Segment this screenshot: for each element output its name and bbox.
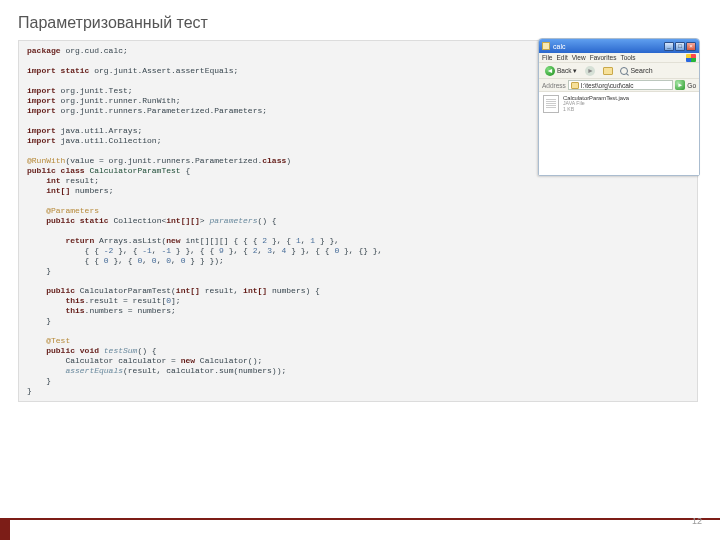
rw-open: (value = org.junit.runners.Parameterized… [65,156,262,165]
assert: assertEquals [65,366,123,375]
kw-class: class [262,156,286,165]
cb1: } [46,266,51,275]
footer-accent [0,518,10,540]
p-result: result, [200,286,243,295]
address-field[interactable]: I:\test\org\cud\calc [568,80,673,90]
kw-import: import [27,136,56,145]
windows-flag-icon [686,54,696,62]
fld-result: result; [61,176,99,185]
menu-view[interactable]: View [572,54,586,61]
file-area[interactable]: CalculatorParamTest.java JAVA File 1 KB [539,92,699,175]
assert-rest: (result, calculator.sum(numbers)); [123,366,286,375]
meth-parameters: parameters [209,216,257,225]
kw-public: public [46,286,75,295]
row3c: } } }); [186,256,224,265]
search-icon [620,67,628,75]
row3b: }, { [109,256,138,265]
kw-import: import [27,106,56,115]
rw-close: ) [286,156,291,165]
coll: Collection< [109,216,167,225]
titlebar[interactable]: calc _ □ × [539,39,699,53]
menu-file[interactable]: File [542,54,552,61]
retr4: } }, [315,236,339,245]
file-icon [543,95,559,113]
row2d: }, { [224,246,253,255]
file-item[interactable]: CalculatorParamTest.java JAVA File 1 KB [543,95,695,113]
search-label: Search [630,67,652,74]
kw-pv: public void [46,346,99,355]
folder-icon [542,42,550,50]
ann-parameters: @Parameters [46,206,99,215]
ann-runwith: @RunWith [27,156,65,165]
this1b: ]; [171,296,181,305]
kw-package: package [27,46,61,55]
search-button[interactable]: Search [620,67,652,75]
menu-fav[interactable]: Favorites [590,54,617,61]
kw-import: import [27,86,56,95]
test-rest: () { [137,346,156,355]
nm1b: -1 [161,246,171,255]
menubar[interactable]: File Edit View Favorites Tools [539,53,699,63]
up-button[interactable] [600,66,616,76]
m1r: () { [257,216,276,225]
menu-edit[interactable]: Edit [556,54,567,61]
nm1: -1 [142,246,152,255]
kw-import-static: import static [27,66,89,75]
ctor: CalculatorParamTest( [75,286,176,295]
cb3: } [46,376,51,385]
imp1: org.junit.Test; [56,86,133,95]
cb4: } [27,386,32,395]
kw-pubstat: public static [46,216,108,225]
brace: { [181,166,191,175]
kw-import: import [27,96,56,105]
c5: , [142,256,152,265]
address-path: I:\test\org\cud\calc [581,82,634,89]
kw-return: return [65,236,94,245]
page-number: 12 [692,516,702,526]
address-bar: Address I:\test\org\cud\calc ► Go [539,79,699,92]
kw-intarr: int[] [46,186,70,195]
row2c: } }, { { [171,246,219,255]
toolbar: ◄Back ▾ ► Search [539,63,699,79]
c4: , [272,246,282,255]
close-button[interactable]: × [686,42,696,51]
calc-line: Calculator calculator = [65,356,180,365]
kw-new: new [166,236,180,245]
file-size: 1 KB [563,107,629,113]
kw-intarr2: int[][] [166,216,200,225]
back-label: Back [557,67,571,74]
window-title: calc [553,43,565,50]
imp-static: org.junit.Assert.assertEquals; [89,66,238,75]
c3: , [258,246,268,255]
imp2: org.junit.runner.RunWith; [56,96,181,105]
minimize-button[interactable]: _ [664,42,674,51]
back-button[interactable]: ◄Back ▾ [542,65,580,77]
kw-this2: this [65,306,84,315]
kw-import: import [27,126,56,135]
row2e: } }, { { [286,246,334,255]
forward-button[interactable]: ► [582,65,598,77]
explorer-window: calc _ □ × File Edit View Favorites Tool… [538,38,700,176]
c7: , [171,256,181,265]
kw-new2: new [181,356,195,365]
kw-this: this [65,296,84,305]
retr: Arrays.asList( [94,236,166,245]
c1: , [301,236,311,245]
calc-line2: Calculator(); [195,356,262,365]
file-info: CalculatorParamTest.java JAVA File 1 KB [563,95,629,113]
imp5: java.util.Collection; [56,136,162,145]
ann-test: @Test [46,336,70,345]
class-name: CalculatorParamTest [85,166,181,175]
footer-line [0,518,720,520]
folder-icon [571,82,579,89]
go-button[interactable]: ► [675,80,685,90]
pkg: org.cud.calc; [61,46,128,55]
footer-bar [0,518,720,540]
menu-tools[interactable]: Tools [620,54,635,61]
row2: { { [27,246,104,255]
nm2: -2 [104,246,114,255]
row2f: }, {} }, [339,246,382,255]
imp4: java.util.Arrays; [56,126,142,135]
go-label: Go [687,82,696,89]
maximize-button[interactable]: □ [675,42,685,51]
